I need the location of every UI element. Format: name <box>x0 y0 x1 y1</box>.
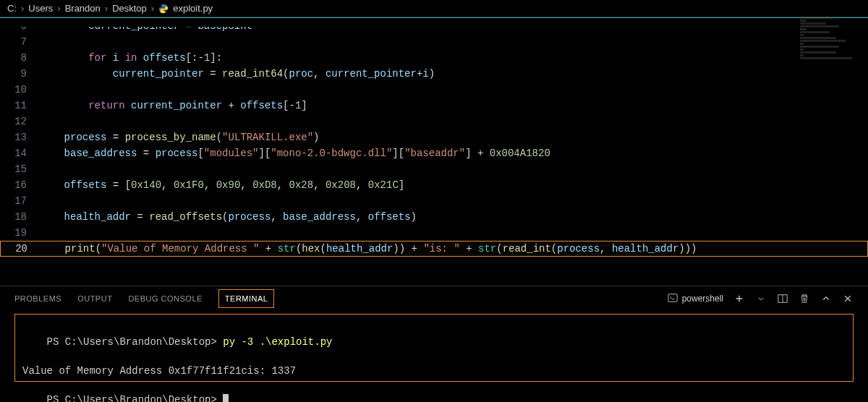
shell-name: powershell <box>682 294 723 304</box>
code-content[interactable]: base_address = process["modules"]["mono-… <box>40 145 550 161</box>
terminal-command: py -3 .\exploit.py <box>223 336 332 348</box>
terminal-prompt: PS C:\Users\Brandon\Desktop> <box>47 394 224 402</box>
panel-tabs: PROBLEMS OUTPUT DEBUG CONSOLE TERMINAL p… <box>0 286 868 311</box>
tab-output[interactable]: OUTPUT <box>77 288 112 309</box>
breadcrumb-seg[interactable]: Brandon <box>65 3 101 14</box>
line-number: 11 <box>0 98 40 114</box>
code-content[interactable]: process = process_by_name("ULTRAKILL.exe… <box>40 129 320 145</box>
breadcrumb-seg[interactable]: Users <box>28 3 53 14</box>
svg-point-1 <box>164 11 165 12</box>
python-icon <box>158 4 169 14</box>
breadcrumb-seg[interactable]: Desktop <box>112 3 147 14</box>
code-content[interactable]: current_pointer = basepoint <box>40 18 252 34</box>
code-line[interactable]: 13 process = process_by_name("ULTRAKILL.… <box>0 129 868 145</box>
terminal-cursor <box>223 394 229 402</box>
line-number: 13 <box>0 129 40 145</box>
code-line[interactable]: 9 current_pointer = read_int64(proc, cur… <box>0 66 868 82</box>
new-terminal-icon[interactable] <box>733 293 745 304</box>
code-line[interactable]: 8 for i in offsets[:-1]: <box>0 50 868 66</box>
code-line[interactable]: 18 health_addr = read_offsets(process, b… <box>0 209 868 225</box>
split-terminal-icon[interactable] <box>777 293 788 304</box>
terminal-pane[interactable]: PS C:\Users\Brandon\Desktop> py -3 .\exp… <box>14 314 854 382</box>
code-editor[interactable]: 6 current_pointer = basepoint7 8 for i i… <box>0 17 868 257</box>
chevron-right-icon: › <box>57 3 60 14</box>
code-line[interactable]: 17 <box>0 193 868 209</box>
code-line[interactable]: 20 print("Value of Memory Address " + st… <box>0 241 868 257</box>
svg-rect-2 <box>668 294 677 302</box>
line-number: 12 <box>0 114 40 129</box>
code-content[interactable]: for i in offsets[:-1]: <box>40 50 222 66</box>
code-line[interactable]: 16 offsets = [0x140, 0x1F0, 0x90, 0xD8, … <box>0 177 868 193</box>
terminal-prompt: PS C:\Users\Brandon\Desktop> <box>47 336 224 348</box>
chevron-down-icon[interactable] <box>755 293 767 304</box>
code-content[interactable]: health_addr = read_offsets(process, base… <box>40 209 417 225</box>
line-number: 18 <box>0 209 40 225</box>
terminal-output: Value of Memory Address 0x1f77f11f21cis:… <box>22 364 846 378</box>
line-number: 10 <box>0 82 40 98</box>
line-number: 19 <box>0 225 40 241</box>
line-number: 7 <box>0 34 40 50</box>
tab-terminal[interactable]: TERMINAL <box>218 289 275 308</box>
line-number: 6 <box>0 18 40 34</box>
line-number: 8 <box>0 50 40 66</box>
code-line[interactable]: 14 base_address = process["modules"]["mo… <box>0 145 868 161</box>
code-content[interactable]: print("Value of Memory Address " + str(h… <box>41 241 697 257</box>
line-number: 20 <box>1 241 41 257</box>
code-line[interactable]: 6 current_pointer = basepoint <box>0 18 868 34</box>
minimap[interactable] <box>800 16 865 103</box>
chevron-right-icon: › <box>105 3 108 14</box>
tab-problems[interactable]: PROBLEMS <box>14 288 61 309</box>
close-icon[interactable] <box>842 293 854 304</box>
code-content[interactable]: current_pointer = read_int64(proc, curre… <box>40 66 435 82</box>
line-number: 16 <box>0 177 40 193</box>
breadcrumb-file[interactable]: exploit.py <box>173 3 213 14</box>
code-content[interactable] <box>40 34 64 50</box>
code-content[interactable]: return current_pointer + offsets[-1] <box>40 98 307 114</box>
terminal-line: PS C:\Users\Brandon\Desktop> <box>22 378 846 402</box>
terminal-line: PS C:\Users\Brandon\Desktop> py -3 .\exp… <box>22 320 846 364</box>
code-content[interactable] <box>40 82 64 98</box>
code-line[interactable]: 7 <box>0 34 868 50</box>
terminal-shell-selector[interactable]: powershell <box>668 293 723 305</box>
line-number: 14 <box>0 145 40 161</box>
terminal-icon <box>668 293 678 305</box>
code-line[interactable]: 11 return current_pointer + offsets[-1] <box>0 98 868 114</box>
chevron-up-icon[interactable] <box>820 293 832 304</box>
tab-debug-console[interactable]: DEBUG CONSOLE <box>128 288 202 309</box>
chevron-right-icon: › <box>21 3 24 14</box>
line-number: 17 <box>0 193 40 209</box>
chevron-right-icon: › <box>151 3 154 14</box>
trash-icon[interactable] <box>799 293 810 304</box>
code-line[interactable]: 15 <box>0 161 868 177</box>
code-content[interactable]: offsets = [0x140, 0x1F0, 0x90, 0xD8, 0x2… <box>40 177 404 193</box>
breadcrumb-seg[interactable]: C: <box>7 3 17 14</box>
line-number: 9 <box>0 66 40 82</box>
breadcrumb[interactable]: C: › Users › Brandon › Desktop › exploit… <box>0 0 868 17</box>
svg-point-0 <box>162 5 163 6</box>
code-line[interactable]: 19 <box>0 225 868 241</box>
code-line[interactable]: 10 <box>0 82 868 98</box>
line-number: 15 <box>0 161 40 177</box>
code-line[interactable]: 12 <box>0 114 868 129</box>
